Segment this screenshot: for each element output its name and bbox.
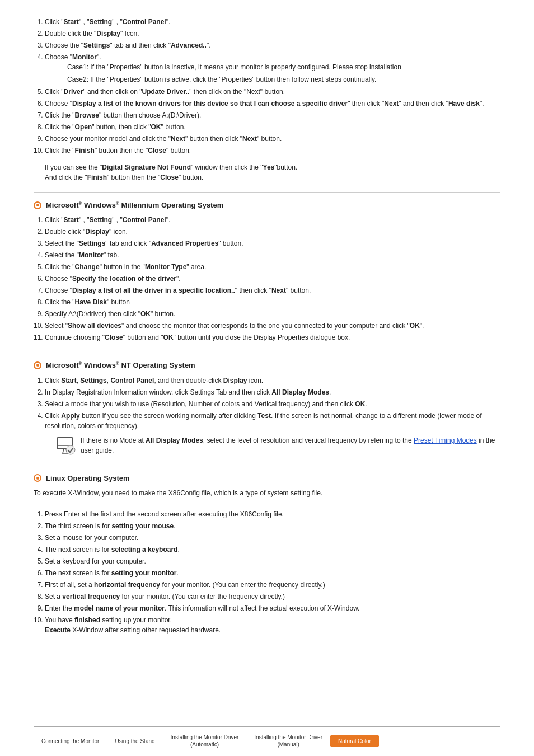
win98-case2: Case2: If the "Properties" button is act… (67, 74, 500, 84)
divider-1 (34, 192, 500, 193)
nt-steps-list: Click Start, Settings, Control Panel, an… (45, 375, 500, 456)
win98-step-5: Click "Driver" and then click on "Update… (45, 87, 500, 97)
win98-step-7: Click the "Browse" button then choose A:… (45, 110, 500, 120)
footer-tab-stand[interactable]: Using the Stand (107, 735, 162, 747)
win98-steps-list: Click "Start" , "Setting" , "Control Pan… (45, 17, 500, 156)
win98-case1: Case1: If the "Properties" button is ina… (67, 62, 500, 72)
win98-section: Click "Start" , "Setting" , "Control Pan… (34, 17, 500, 182)
millennium-step-10: Select "Show all devices" and choose the… (45, 321, 500, 331)
win98-step-4: Choose "Monitor". Case1: If the "Propert… (45, 52, 500, 84)
nt-note-box: If there is no Mode at All Display Modes… (56, 435, 500, 456)
nt-step-2: In Display Registration Information wind… (45, 387, 500, 397)
millennium-title: Microsoft® Windows® Millennium Operating… (46, 201, 223, 209)
millennium-step-3: Select the "Settings" tab and click "Adv… (45, 238, 500, 248)
nt-step-3: Select a mode that you wish to use (Reso… (45, 399, 500, 409)
win98-step-10: Click the "Finish" button then the "Clos… (45, 145, 500, 156)
millennium-step-11: Continue choosing "Close" button and "OK… (45, 332, 500, 342)
millennium-step-9: Specify A:\(D:\driver) then click "OK" b… (45, 309, 500, 319)
nt-step-1: Click Start, Settings, Control Panel, an… (45, 375, 500, 386)
millennium-step-8: Click the "Have Disk" button (45, 297, 500, 307)
millennium-icon (34, 201, 41, 209)
millennium-step-6: Choose "Specify the location of the driv… (45, 274, 500, 284)
linux-title: Linux Operating System (46, 474, 130, 482)
footer-tab-natural-color[interactable]: Natural Color (330, 735, 379, 747)
linux-header: Linux Operating System (34, 474, 500, 482)
win98-step-3: Choose the "Settings" tab and then click… (45, 40, 500, 50)
linux-intro: To execute X-Window, you need to make th… (34, 488, 500, 498)
svg-point-5 (66, 445, 75, 454)
win98-step-8: Click the "Open" button, then click "OK"… (45, 122, 500, 132)
linux-step-9: Enter the model name of your monitor. Th… (45, 603, 500, 613)
footer-tab-manual[interactable]: Installing the Monitor Driver(Manual) (246, 731, 330, 750)
linux-step-2: The third screen is for setting your mou… (45, 521, 500, 531)
millennium-step-2: Double click "Display" icon. (45, 227, 500, 237)
svg-line-2 (63, 449, 64, 453)
millennium-steps-list: Click "Start" , "Setting" , "Control Pan… (45, 215, 500, 342)
nt-icon (34, 361, 41, 369)
divider-2 (34, 353, 500, 353)
millennium-step-7: Choose "Display a list of all the driver… (45, 285, 500, 295)
nt-header: Microsoft® Windows® NT Operating System (34, 361, 500, 369)
linux-step-1: Press Enter at the first and the second … (45, 509, 500, 519)
win98-step-1: Click "Start" , "Setting" , "Control Pan… (45, 17, 500, 27)
linux-step-7: First of all, set a horizontal frequency… (45, 580, 500, 590)
linux-icon (34, 474, 41, 482)
linux-section: Linux Operating System To execute X-Wind… (34, 474, 500, 635)
win98-step-9: Choose your monitor model and click the … (45, 134, 500, 144)
footer: Connecting the Monitor Using the Stand I… (34, 726, 500, 756)
linux-step-10: You have finished setting up your monito… (45, 615, 500, 635)
divider-3 (34, 466, 500, 466)
millennium-step-1: Click "Start" , "Setting" , "Control Pan… (45, 215, 500, 225)
footer-tab-auto[interactable]: Installing the Monitor Driver(Automatic) (163, 731, 247, 750)
nt-title: Microsoft® Windows® NT Operating System (46, 361, 195, 369)
footer-tab-connecting[interactable]: Connecting the Monitor (34, 735, 107, 747)
nt-step-4: Click Apply button if you see the screen… (45, 411, 500, 456)
note-icon (56, 435, 76, 456)
millennium-header: Microsoft® Windows® Millennium Operating… (34, 201, 500, 209)
win98-digital-sig: If you can see the "Digital Signature No… (45, 162, 500, 182)
linux-step-4: The next screen is for selecting a keybo… (45, 544, 500, 555)
linux-step-8: Set a vertical frequency for your monito… (45, 591, 500, 602)
win98-step-2: Double click the "Display" Icon. (45, 29, 500, 39)
nt-section: Microsoft® Windows® NT Operating System … (34, 361, 500, 455)
preset-timing-link[interactable]: Preset Timing Modes (414, 436, 477, 444)
nt-note-text: If there is no Mode at All Display Modes… (81, 435, 500, 456)
win98-step-6: Choose "Display a list of the known driv… (45, 98, 500, 109)
millennium-step-4: Select the "Monitor" tab. (45, 250, 500, 260)
main-content: Click "Start" , "Setting" , "Control Pan… (34, 17, 500, 715)
page: Click "Start" , "Setting" , "Control Pan… (0, 0, 534, 756)
millennium-section: Microsoft® Windows® Millennium Operating… (34, 201, 500, 342)
linux-step-5: Set a keyboard for your computer. (45, 556, 500, 566)
millennium-step-5: Click the "Change" button in the "Monito… (45, 262, 500, 272)
linux-step-3: Set a mouse for your computer. (45, 533, 500, 543)
linux-step-6: The next screen is for setting your moni… (45, 568, 500, 578)
linux-steps-list: Press Enter at the first and the second … (45, 509, 500, 635)
